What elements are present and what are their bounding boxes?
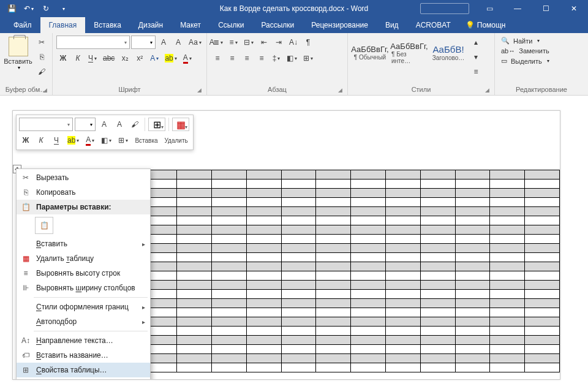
ctx-distribute-rows[interactable]: ≡Выровнять высоту строк [17,266,150,281]
show-marks-button[interactable]: ¶ [301,36,315,49]
indent-button[interactable]: ⇥ [272,36,285,49]
font-color-button[interactable]: A▾ [181,51,194,65]
bold-button[interactable]: Ж [56,51,70,65]
delete-table-icon: ▦ [20,253,31,264]
ctx-distribute-cols[interactable]: ⊪Выровнять ширину столбцов [17,281,150,295]
highlight-button[interactable]: ab▾ [162,51,179,65]
cut-button[interactable]: ✂ [35,36,48,49]
group-clipboard-label: Буфер обм…◢ [4,85,48,95]
group-font-label: Шрифт◢ [56,85,203,95]
ctx-autofit[interactable]: Автоподбор [17,314,150,329]
ctx-border-styles[interactable]: Стили оформления границ [17,300,150,314]
find-button[interactable]: 🔍 Найти ▾ [501,37,549,45]
tab-acrobat[interactable]: ACROBAT [407,17,459,33]
bullets-button[interactable]: ≣▾ [211,36,225,49]
window-controls: ▭ — ☐ ✕ [420,0,588,17]
numbering-button[interactable]: ≡▾ [227,36,240,49]
ctx-delete-table[interactable]: ▦Удалить таблицу [17,251,150,266]
multilevel-button[interactable]: ⊟▾ [241,36,256,49]
style-normal[interactable]: АаБбВвГг,¶ Обычный [352,36,388,70]
mini-delete-menu[interactable]: ▦ [172,118,189,131]
strike-button[interactable]: abc [100,51,117,65]
grow-font-button[interactable]: A [157,36,170,49]
copy-button[interactable]: ⎘ [35,50,48,64]
line-spacing-button[interactable]: ‡▾ [270,51,283,65]
justify-button[interactable]: ≡ [255,51,268,65]
styles-up[interactable]: ▴ [469,36,483,49]
mini-insert-menu[interactable]: ⊞ [148,118,165,131]
tab-home[interactable]: Главная [40,17,86,33]
ctx-copy[interactable]: ⎘Копировать [17,185,150,200]
page[interactable]: ▾ ▾ A A 🖌 ⊞ ▦ Ж К Ч ab▾ A▾ ◧▾ ⊞▾ Вставка… [12,110,560,380]
tab-references[interactable]: Ссылки [209,17,252,33]
replace-button[interactable]: ab↔ Заменить [501,47,549,55]
mini-font-combo[interactable]: ▾ [19,118,73,131]
ribbon-options-button[interactable]: ▭ [475,0,503,17]
borders-button[interactable]: ⊞▾ [301,51,315,65]
tab-review[interactable]: Рецензирование [303,17,377,33]
italic-button[interactable]: К [71,51,85,65]
paste-keep-formatting[interactable]: 📋 [35,217,53,234]
shrink-font-button[interactable]: A [172,36,185,49]
ctx-insert[interactable]: Вставить [17,236,150,251]
align-right-button[interactable]: ≡ [240,51,254,65]
outdent-button[interactable]: ⇤ [257,36,271,49]
subscript-button[interactable]: x₂ [118,51,132,65]
minimize-button[interactable]: — [503,0,532,17]
tab-file[interactable]: Файл [5,17,40,33]
ctx-text-direction[interactable]: А↕Направление текста… [17,333,150,348]
shading-button[interactable]: ◧▾ [284,51,300,65]
font-family-combo[interactable]: ▾ [56,36,130,49]
tell-me[interactable]: 💡 Помощн [459,17,506,33]
maximize-button[interactable]: ☐ [532,0,560,17]
select-button[interactable]: ▭ Выделить ▾ [501,57,549,65]
separator [34,331,148,331]
close-button[interactable]: ✕ [560,0,588,17]
mini-font-color[interactable]: A▾ [83,134,97,147]
save-button[interactable]: 💾 [4,1,20,16]
mini-size-combo[interactable]: ▾ [75,118,96,131]
text-effects-button[interactable]: A▾ [148,51,161,65]
ctx-table-properties[interactable]: ⊞Свойства таблицы… [17,363,150,377]
tab-view[interactable]: Вид [377,17,407,33]
mini-underline[interactable]: Ч [50,134,63,147]
launcher-icon[interactable]: ◢ [338,87,342,93]
mini-bold[interactable]: Ж [19,134,32,147]
style-heading1[interactable]: АаБбВ!Заголово… [430,36,467,70]
mini-highlight[interactable]: ab▾ [65,134,81,147]
change-case-button[interactable]: Аа▾ [186,36,204,49]
launcher-icon[interactable]: ◢ [485,87,489,93]
superscript-button[interactable]: x² [133,51,146,65]
group-styles-label: Стили◢ [352,85,491,95]
launcher-icon[interactable]: ◢ [197,87,202,93]
mini-italic[interactable]: К [34,134,48,147]
ctx-insert-caption[interactable]: 🏷Вставить название… [17,348,150,363]
styles-down[interactable]: ▾ [469,50,483,64]
style-no-spacing[interactable]: АаБбВвГг,¶ Без инте… [391,36,428,70]
launcher-icon[interactable]: ◢ [43,87,47,93]
align-left-button[interactable]: ≡ [211,51,224,65]
undo-button[interactable]: ↶▾ [21,1,37,16]
user-account[interactable] [420,3,469,14]
mini-shrink-font[interactable]: A [113,118,126,131]
paste-button[interactable]: Вставить ▾ [4,36,32,70]
tab-layout[interactable]: Макет [172,17,209,33]
ctx-cut[interactable]: ✂Вырезать [17,170,150,185]
redo-button[interactable]: ↻ [38,1,54,16]
mini-shading[interactable]: ◧▾ [99,134,114,147]
tab-insert[interactable]: Вставка [85,17,130,33]
align-center-button[interactable]: ≡ [225,51,239,65]
mini-format-painter[interactable]: 🖌 [128,118,141,131]
tab-mailings[interactable]: Рассылки [252,17,303,33]
mini-grow-font[interactable]: A [97,118,111,131]
font-size-combo[interactable]: ▾ [131,36,156,49]
tab-design[interactable]: Дизайн [130,17,172,33]
underline-button[interactable]: Ч▾ [86,51,99,65]
separator [34,379,148,380]
ctx-paste-options: 📋 [17,214,150,236]
mini-borders[interactable]: ⊞▾ [116,134,130,147]
qat-customize[interactable]: ▾ [55,1,71,16]
format-painter-button[interactable]: 🖌 [35,65,48,78]
sort-button[interactable]: A↓ [287,36,300,49]
styles-more[interactable]: ≡ [469,65,483,78]
